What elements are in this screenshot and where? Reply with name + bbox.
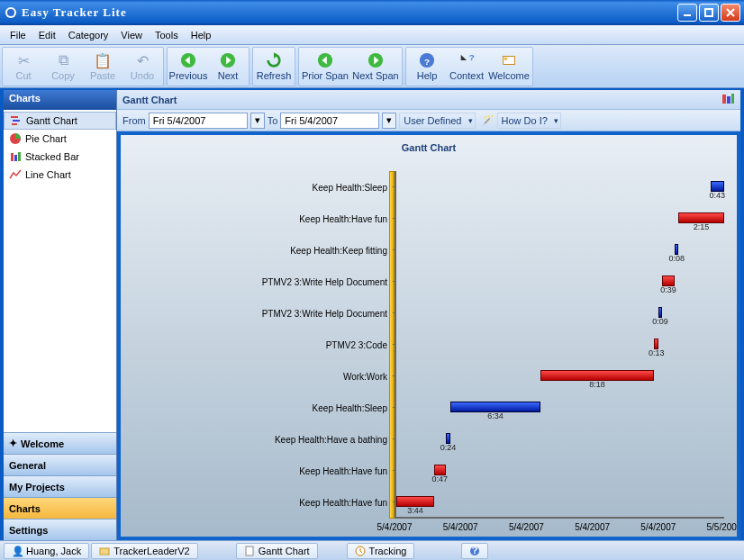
help-button[interactable]: ?Help xyxy=(407,49,447,85)
menu-help[interactable]: Help xyxy=(185,28,218,42)
from-input[interactable] xyxy=(149,113,248,129)
page-title: Gantt Chart xyxy=(122,95,177,105)
gantt-bar[interactable]: 0:24 xyxy=(446,433,451,444)
sidebar-item-stacked[interactable]: Stacked Bar xyxy=(4,148,116,166)
menu-view[interactable]: View xyxy=(114,28,149,42)
nav-welcome[interactable]: ✦Welcome xyxy=(4,432,116,454)
y-axis-label: PTMV2 3:Code xyxy=(326,340,387,350)
svg-text:?: ? xyxy=(469,52,475,62)
status-user[interactable]: 👤Huang, Jack xyxy=(4,543,89,559)
menu-tools[interactable]: Tools xyxy=(149,28,185,42)
user-defined-combo[interactable]: User Defined xyxy=(399,113,475,129)
refresh-button[interactable]: Refresh xyxy=(254,49,294,85)
gantt-bar[interactable]: 0:47 xyxy=(434,465,446,475)
bar-value: 6:34 xyxy=(487,411,504,420)
y-axis-label: Keep Health:Sleep xyxy=(313,403,387,413)
chart-area: Gantt Chart Keep Health:SleepKeep Health… xyxy=(117,131,740,540)
svg-text:?: ? xyxy=(424,57,430,67)
from-label: From xyxy=(122,115,146,126)
gantt-bar[interactable]: 0:39 xyxy=(662,275,676,286)
sidebar-item-line[interactable]: Line Chart xyxy=(4,166,116,184)
nav-projects[interactable]: My Projects xyxy=(4,475,116,497)
arrow-right-icon xyxy=(219,51,237,69)
gantt-bar[interactable]: 0:13 xyxy=(654,339,658,349)
user-icon: 👤 xyxy=(12,546,23,556)
to-label: To xyxy=(268,115,278,126)
copy-button[interactable]: ⧉Copy xyxy=(43,49,83,85)
nav-charts[interactable]: Charts xyxy=(4,497,116,519)
x-axis-label: 5/4/2007 xyxy=(377,522,413,532)
chart-settings-icon[interactable] xyxy=(721,92,735,108)
svg-point-12 xyxy=(504,57,508,60)
sidebar-item-gantt[interactable]: Gantt Chart xyxy=(4,112,116,130)
stacked-icon xyxy=(9,150,22,163)
close-button[interactable] xyxy=(721,4,740,22)
svg-rect-15 xyxy=(12,123,17,125)
gantt-bar[interactable]: 0:09 xyxy=(658,307,662,318)
menu-file[interactable]: File xyxy=(4,28,32,42)
refresh-icon xyxy=(265,51,283,69)
svg-rect-2 xyxy=(684,14,691,16)
bar-value: 0:09 xyxy=(652,317,668,326)
menu-edit[interactable]: Edit xyxy=(32,28,62,42)
filter-bar: From ▾ To ▾ User Defined 🪄 How Do I? xyxy=(117,110,740,131)
y-axis-label: Work:Work xyxy=(343,372,387,382)
svg-rect-21 xyxy=(727,96,730,104)
prior-span-button[interactable]: Prior Span xyxy=(300,49,350,85)
cut-button[interactable]: ✂Cut xyxy=(4,49,43,85)
from-dropdown[interactable]: ▾ xyxy=(250,113,265,129)
bar-value: 3:44 xyxy=(407,506,423,515)
gantt-bar[interactable]: 6:34 xyxy=(450,402,540,412)
status-project[interactable]: TrackerLeaderV2 xyxy=(91,543,198,559)
next-span-button[interactable]: Next Span xyxy=(350,49,401,85)
gantt-bar[interactable]: 8:18 xyxy=(540,370,654,381)
paste-icon: 📋 xyxy=(94,51,112,69)
nav-settings[interactable]: Settings xyxy=(4,519,116,540)
x-axis-label: 5/5/2007 xyxy=(707,522,740,532)
status-view[interactable]: Gantt Chart xyxy=(236,543,318,559)
toolbar: ✂Cut ⧉Copy 📋Paste ↶Undo Previous Next Re… xyxy=(0,45,744,88)
x-axis-label: 5/4/2007 xyxy=(575,522,610,532)
status-mode[interactable]: Tracking xyxy=(347,543,415,559)
sidebar-item-pie[interactable]: Pie Chart xyxy=(4,130,116,148)
bar-value: 0:47 xyxy=(431,474,448,483)
previous-button[interactable]: Previous xyxy=(168,49,208,85)
star-icon: ✦ xyxy=(9,438,17,449)
statusbar: 👤Huang, Jack TrackerLeaderV2 Gantt Chart… xyxy=(0,540,744,560)
gantt-bar[interactable]: 3:44 xyxy=(396,496,434,507)
svg-rect-19 xyxy=(18,152,21,161)
minimize-button[interactable] xyxy=(677,4,697,22)
arrow-right-icon xyxy=(367,51,385,69)
context-button[interactable]: ?Context xyxy=(447,49,486,85)
gantt-bar[interactable]: 2:15 xyxy=(678,212,724,223)
paste-button[interactable]: 📋Paste xyxy=(83,49,122,85)
wand-icon: 🪄 xyxy=(482,114,494,126)
bar-value: 8:18 xyxy=(589,380,605,389)
sidebar-list: Gantt Chart Pie Chart Stacked Bar Line C… xyxy=(4,110,116,432)
menu-category[interactable]: Category xyxy=(62,28,115,42)
menubar: File Edit Category View Tools Help xyxy=(0,25,744,45)
y-axis-label: PTMV2 3:Write Help Document xyxy=(262,276,387,286)
sidebar-nav: ✦Welcome General My Projects Charts Sett… xyxy=(4,432,116,540)
nav-general[interactable]: General xyxy=(4,454,116,475)
sidebar-header: Charts xyxy=(4,90,116,110)
next-button[interactable]: Next xyxy=(208,49,248,85)
status-help[interactable]: ? xyxy=(461,543,488,559)
bar-value: 2:15 xyxy=(694,222,710,231)
arrow-left-icon xyxy=(179,51,197,69)
maximize-button[interactable] xyxy=(699,4,719,22)
welcome-button[interactable]: Welcome xyxy=(486,49,531,85)
help-icon: ? xyxy=(469,546,480,556)
now-marker xyxy=(389,171,395,519)
undo-button[interactable]: ↶Undo xyxy=(122,49,162,85)
context-icon: ? xyxy=(458,51,476,69)
svg-rect-23 xyxy=(100,548,109,555)
to-dropdown[interactable]: ▾ xyxy=(382,113,396,129)
svg-rect-18 xyxy=(14,155,17,161)
pie-icon xyxy=(9,132,22,145)
how-do-i-combo[interactable]: How Do I? xyxy=(497,113,561,129)
gantt-bar[interactable]: 0:08 xyxy=(675,244,678,255)
svg-point-1 xyxy=(7,9,14,16)
gantt-bar[interactable]: 0:43 xyxy=(711,181,724,192)
to-input[interactable] xyxy=(280,113,379,129)
